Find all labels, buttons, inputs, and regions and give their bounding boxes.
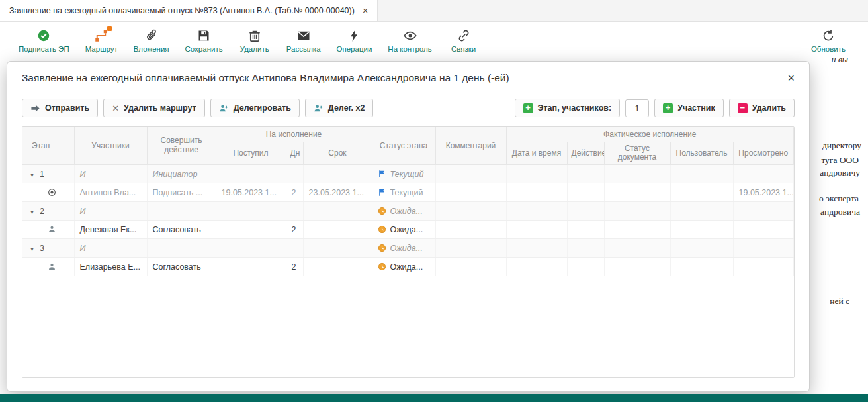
mailing-button[interactable]: Рассылка [286,28,321,53]
delegate-button[interactable]: Делегировать [210,99,300,117]
act-cell [567,165,604,183]
group-header-actual: Фактическое исполнение [506,127,794,142]
stage-group-row[interactable]: ▾3ИОжида... [22,239,794,258]
act-cell [567,202,604,221]
received-cell: 19.05.2023 1... [216,183,286,202]
participant-row[interactable]: Денежная Ек...Согласовать2Ожида... [22,221,794,239]
save-icon [196,28,211,43]
sign-button[interactable]: Подписать ЭП [19,28,69,53]
days-cell: 2 [286,258,303,276]
viewed-cell [733,258,794,276]
remove-button[interactable]: − Удалить [729,99,795,117]
flag-icon [378,170,390,179]
due-cell [303,239,372,258]
column-header-participants[interactable]: Участники [74,127,147,165]
stage-group-row[interactable]: ▾1ИИнициаторТекущий [22,165,794,183]
comment-cell [435,202,506,221]
column-header-act[interactable]: Действие [567,142,604,165]
control-label: На контроль [388,45,431,53]
dialog-toolbar: Отправить ✕ Удалить маршрут Делегировать… [22,99,795,117]
doc-status-cell [604,165,670,183]
operations-button[interactable]: Операции [337,28,372,53]
links-button[interactable]: Связки [448,28,480,53]
background-text-fragment: ней с [830,296,849,307]
main-toolbar: Подписать ЭП Маршрут Вложения Сохранить … [0,22,868,60]
column-header-due[interactable]: Срок [303,142,372,165]
datetime-cell [506,221,567,239]
delete-route-button[interactable]: ✕ Удалить маршрут [103,99,204,117]
clock-icon [378,262,390,272]
column-header-user[interactable]: Пользователь [670,142,733,165]
tab-close-icon[interactable]: × [363,6,368,15]
column-header-doc-status[interactable]: Статус документа [604,142,670,165]
send-label: Отправить [45,103,89,113]
viewed-cell [733,221,794,239]
participant-row[interactable]: Елизарьева Е...Согласовать2Ожида... [22,258,794,276]
stage-number: 2 [40,207,44,216]
document-tab[interactable]: Заявление на ежегодный оплачиваемый отпу… [0,0,378,21]
delete-button[interactable]: Удалить [239,28,271,53]
participants-cell: И [74,202,147,221]
save-button[interactable]: Сохранить [185,28,223,53]
comment-cell [435,165,506,183]
received-cell [216,202,286,221]
status-cell: Ожида... [372,258,435,276]
column-header-stage[interactable]: Этап [22,127,74,165]
column-header-viewed[interactable]: Просмотрено [733,142,794,165]
participants-cell: Антипов Вла... [74,183,147,202]
add-stage-button[interactable]: + Этап, участников: [515,99,621,117]
stage-group-row[interactable]: ▾2ИОжида... [22,202,794,221]
status-cell: Текущий [372,165,435,183]
plus-icon: + [663,103,673,113]
user-cell [670,183,733,202]
status-text: Ожида... [390,262,423,272]
column-header-comment[interactable]: Комментарий [435,127,506,165]
target-icon [48,188,56,197]
days-cell: 2 [286,221,303,239]
collapse-arrow-icon[interactable]: ▾ [30,171,34,178]
act-cell [567,239,604,258]
background-text-fragment: андровича [820,207,860,217]
viewed-cell [733,202,794,221]
flag-icon [378,188,390,197]
column-header-action[interactable]: Совершить действие [147,127,216,165]
due-cell [303,258,372,276]
send-button[interactable]: Отправить [22,99,98,117]
datetime-cell [506,183,567,202]
background-text-fragment: директору [822,140,861,151]
column-header-days[interactable]: Дн [286,142,303,165]
status-text: Текущий [390,170,424,179]
participants-cell: И [74,239,147,258]
column-header-received[interactable]: Поступил [216,142,286,165]
dialog-close-icon[interactable]: × [787,72,795,84]
tab-bar: Заявление на ежегодный оплачиваемый отпу… [0,0,868,22]
attachments-button[interactable]: Вложения [134,28,169,53]
column-header-stage-status[interactable]: Статус этапа [372,127,435,165]
stage-cell [22,183,74,202]
clock-icon [378,244,390,253]
control-button[interactable]: На контроль [388,28,431,53]
participant-row[interactable]: Антипов Вла...Подписать ...19.05.2023 1.… [22,183,794,202]
refresh-button[interactable]: Обновить [811,28,846,53]
route-button[interactable]: Маршрут [85,28,118,53]
stage-cell: ▾2 [22,202,74,221]
stage-cell [22,258,74,276]
column-header-datetime[interactable]: Дата и время [506,142,567,165]
add-stage-label: Этап, участников: [538,103,612,113]
refresh-icon [821,28,836,43]
add-participant-button[interactable]: + Участник [654,99,724,117]
stage-count-input[interactable] [625,99,649,117]
add-participant-label: Участник [677,103,715,113]
status-bar [0,394,868,402]
collapse-arrow-icon[interactable]: ▾ [30,208,34,215]
participants-cell: И [74,165,147,183]
sign-label: Подписать ЭП [19,45,69,53]
collapse-arrow-icon[interactable]: ▾ [30,245,34,252]
due-cell: 23.05.2023 1... [303,183,372,202]
action-cell [147,202,216,221]
delegate-x2-button[interactable]: Делег. x2 [305,99,374,117]
status-text: Ожида... [390,244,423,253]
mail-icon [296,28,311,43]
delegate-x2-person-icon [314,103,324,113]
received-cell [216,239,286,258]
